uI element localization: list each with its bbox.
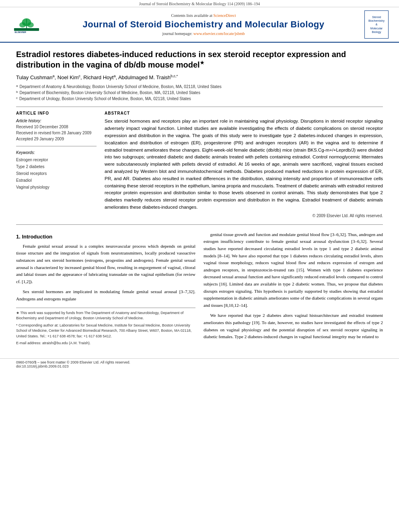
journal-logo-right: SteroidBiochemistry&MolecularBiology — [360, 10, 393, 39]
keyword-1: Type 2 diabetes — [16, 163, 97, 170]
sciencedirect-note: Contents lists available at ScienceDirec… — [51, 13, 356, 18]
keyword-2: Steroid receptors — [16, 170, 97, 177]
main-col-right: genital tissue growth and function and m… — [204, 231, 383, 348]
article-title: Estradiol restores diabetes-induced redu… — [16, 49, 383, 70]
footnote-email: E-mail address: atraish@bu.edu (A.M. Tra… — [16, 341, 195, 346]
page-container: Journal of Steroid Biochemistry & Molecu… — [0, 0, 399, 370]
divider-1 — [16, 107, 383, 107]
svg-point-4 — [27, 22, 34, 27]
affiliations: a Department of Anatomy & Neurobiology, … — [16, 84, 383, 102]
history-label: Article history: — [16, 119, 41, 123]
section1-right-text: genital tissue growth and function and m… — [204, 231, 383, 341]
keywords-list: Estrogen receptor Type 2 diabetes Steroi… — [16, 156, 97, 191]
authors-line: Tulay Cushmana, Noel Kimc, Richard Hoyta… — [16, 74, 383, 80]
journal-citation: Journal of Steroid Biochemistry & Molecu… — [139, 2, 260, 6]
journal-header: ELSEVIER Contents lists available at Sci… — [0, 7, 399, 43]
top-bar: Journal of Steroid Biochemistry & Molecu… — [0, 0, 399, 7]
affil-c-text: Department of Urology, Boston University… — [19, 96, 191, 102]
svg-point-3 — [19, 22, 26, 27]
section1-para1: Female genital sexual arousal is a compl… — [16, 243, 195, 286]
doi-text: doi:10.1016/j.jsbmb.2009.01.023 — [16, 364, 69, 368]
svg-text:ELSEVIER: ELSEVIER — [15, 31, 27, 33]
journal-logo-box: SteroidBiochemistry&MolecularBiology — [364, 10, 389, 39]
section1-para2: Sex steroid hormones are implicated in m… — [16, 288, 195, 302]
journal-title: Journal of Steroid Biochemistry and Mole… — [51, 19, 356, 30]
affil-b-text: Department of Biochemistry, Boston Unive… — [19, 90, 200, 96]
section1-right-para1: genital tissue growth and function and m… — [204, 231, 383, 309]
main-body: 1. Introduction Female genital sexual ar… — [16, 231, 383, 348]
keyword-3: Estradiol — [16, 177, 97, 184]
journal-header-center: Contents lists available at ScienceDirec… — [47, 13, 360, 36]
divider-keywords — [16, 146, 97, 146]
issn-text: 0960-0760/$ – see front matter © 2009 El… — [16, 360, 130, 364]
keyword-4: Vaginal physiology — [16, 184, 97, 191]
abstract-col: ABSTRACT Sex steroid hormones and recept… — [105, 111, 383, 218]
journal-homepage-link[interactable]: www.elsevier.com/locate/jsbmb — [193, 31, 245, 36]
elsevier-logo: ELSEVIER — [10, 16, 43, 34]
bottom-bar: 0960-0760/$ – see front matter © 2009 El… — [0, 358, 399, 370]
accepted-date: Accepted 29 January 2009 — [16, 137, 64, 141]
section1-title: 1. Introduction — [16, 234, 195, 240]
journal-homepage: journal homepage: www.elsevier.com/locat… — [51, 31, 356, 36]
content-area: Estradiol restores diabetes-induced redu… — [0, 43, 399, 354]
abstract-title: ABSTRACT — [105, 111, 383, 115]
journal-logo-text: SteroidBiochemistry&MolecularBiology — [368, 15, 385, 33]
article-info-title: ARTICLE INFO — [16, 111, 97, 115]
received-date: Received 10 December 2008 — [16, 125, 68, 129]
affil-c: c Department of Urology, Boston Universi… — [16, 96, 383, 102]
keywords-title: Keywords: — [16, 150, 97, 155]
affil-b: b Department of Biochemistry, Boston Uni… — [16, 90, 383, 96]
footnote-corresponding: * Corresponding author at: Laboratories … — [16, 323, 195, 339]
revised-date: Received in revised form 28 January 2009 — [16, 131, 91, 135]
sciencedirect-link[interactable]: ScienceDirect — [213, 13, 236, 18]
section1-text: Female genital sexual arousal is a compl… — [16, 243, 195, 303]
article-info-col: ARTICLE INFO Article history: Received 1… — [16, 111, 97, 218]
title-star: ★ — [200, 60, 204, 66]
affil-a: a Department of Anatomy & Neurobiology, … — [16, 84, 383, 90]
affil-a-text: Department of Anatomy & Neurobiology, Bo… — [19, 84, 221, 90]
footnote-star: ★ This work was supported by funds from … — [16, 310, 195, 321]
elsevier-logo-area: ELSEVIER — [6, 16, 47, 34]
abstract-text: Sex steroid hormones and receptors play … — [105, 118, 383, 211]
svg-rect-0 — [14, 28, 39, 31]
footer-divider — [16, 308, 195, 308]
copyright-line: © 2009 Elsevier Ltd. All rights reserved… — [105, 214, 383, 218]
main-col-left: 1. Introduction Female genital sexual ar… — [16, 231, 195, 348]
article-info-abstract: ARTICLE INFO Article history: Received 1… — [16, 111, 383, 218]
keyword-0: Estrogen receptor — [16, 156, 97, 163]
section1-right-para2: We have reported that type 2 diabetes al… — [204, 312, 383, 340]
article-history: Article history: Received 10 December 20… — [16, 118, 97, 142]
divider-2 — [16, 224, 383, 225]
